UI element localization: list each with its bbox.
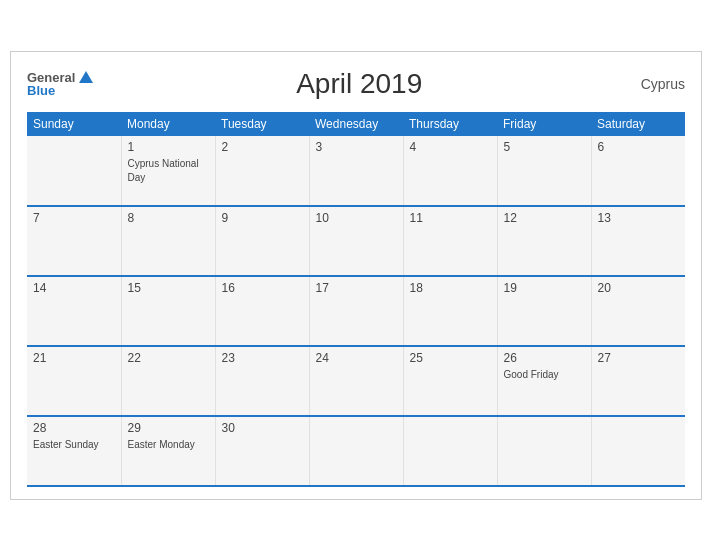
day-cell: 13 <box>591 206 685 276</box>
day-cell <box>403 416 497 486</box>
calendar-country: Cyprus <box>625 76 685 92</box>
day-number: 29 <box>128 421 209 435</box>
day-number: 24 <box>316 351 397 365</box>
day-number: 2 <box>222 140 303 154</box>
day-cell: 8 <box>121 206 215 276</box>
day-cell: 7 <box>27 206 121 276</box>
day-number: 14 <box>33 281 115 295</box>
day-event: Good Friday <box>504 369 559 380</box>
day-cell: 17 <box>309 276 403 346</box>
day-cell: 30 <box>215 416 309 486</box>
day-number: 8 <box>128 211 209 225</box>
logo-blue-text: Blue <box>27 84 93 97</box>
calendar-grid: SundayMondayTuesdayWednesdayThursdayFrid… <box>27 112 685 487</box>
day-cell: 16 <box>215 276 309 346</box>
day-number: 23 <box>222 351 303 365</box>
logo-general: General <box>27 71 93 84</box>
day-cell: 26Good Friday <box>497 346 591 416</box>
day-cell: 22 <box>121 346 215 416</box>
day-number: 17 <box>316 281 397 295</box>
day-number: 26 <box>504 351 585 365</box>
week-row-0: 1Cyprus National Day23456 <box>27 136 685 206</box>
col-header-thursday: Thursday <box>403 112 497 136</box>
day-number: 30 <box>222 421 303 435</box>
day-number: 25 <box>410 351 491 365</box>
logo-triangle-icon <box>79 71 93 83</box>
calendar-header: General Blue April 2019 Cyprus <box>27 68 685 100</box>
calendar-header-row: SundayMondayTuesdayWednesdayThursdayFrid… <box>27 112 685 136</box>
col-header-monday: Monday <box>121 112 215 136</box>
day-cell: 15 <box>121 276 215 346</box>
day-number: 16 <box>222 281 303 295</box>
day-cell: 21 <box>27 346 121 416</box>
day-number: 1 <box>128 140 209 154</box>
day-number: 7 <box>33 211 115 225</box>
day-cell: 2 <box>215 136 309 206</box>
day-cell: 29Easter Monday <box>121 416 215 486</box>
day-cell: 11 <box>403 206 497 276</box>
day-event: Easter Sunday <box>33 439 99 450</box>
day-cell: 23 <box>215 346 309 416</box>
day-number: 9 <box>222 211 303 225</box>
week-row-2: 14151617181920 <box>27 276 685 346</box>
col-header-sunday: Sunday <box>27 112 121 136</box>
logo: General Blue <box>27 71 93 97</box>
day-cell <box>27 136 121 206</box>
day-cell: 24 <box>309 346 403 416</box>
day-event: Easter Monday <box>128 439 195 450</box>
day-number: 18 <box>410 281 491 295</box>
day-cell <box>591 416 685 486</box>
day-cell: 5 <box>497 136 591 206</box>
day-cell: 20 <box>591 276 685 346</box>
day-number: 11 <box>410 211 491 225</box>
day-number: 3 <box>316 140 397 154</box>
col-header-friday: Friday <box>497 112 591 136</box>
day-number: 21 <box>33 351 115 365</box>
day-number: 15 <box>128 281 209 295</box>
calendar-container: General Blue April 2019 Cyprus SundayMon… <box>10 51 702 500</box>
day-number: 27 <box>598 351 680 365</box>
day-number: 5 <box>504 140 585 154</box>
week-row-4: 28Easter Sunday29Easter Monday30 <box>27 416 685 486</box>
col-header-wednesday: Wednesday <box>309 112 403 136</box>
day-cell: 27 <box>591 346 685 416</box>
day-number: 10 <box>316 211 397 225</box>
day-cell: 28Easter Sunday <box>27 416 121 486</box>
col-header-tuesday: Tuesday <box>215 112 309 136</box>
col-header-saturday: Saturday <box>591 112 685 136</box>
day-number: 13 <box>598 211 680 225</box>
day-number: 4 <box>410 140 491 154</box>
day-cell <box>309 416 403 486</box>
day-cell <box>497 416 591 486</box>
day-number: 20 <box>598 281 680 295</box>
day-cell: 3 <box>309 136 403 206</box>
day-cell: 10 <box>309 206 403 276</box>
day-cell: 25 <box>403 346 497 416</box>
day-event: Cyprus National Day <box>128 158 199 183</box>
calendar-title: April 2019 <box>93 68 625 100</box>
day-number: 12 <box>504 211 585 225</box>
day-number: 19 <box>504 281 585 295</box>
day-cell: 19 <box>497 276 591 346</box>
day-cell: 1Cyprus National Day <box>121 136 215 206</box>
day-number: 6 <box>598 140 680 154</box>
week-row-3: 212223242526Good Friday27 <box>27 346 685 416</box>
logo-general-text: General <box>27 71 75 84</box>
day-cell: 18 <box>403 276 497 346</box>
day-cell: 12 <box>497 206 591 276</box>
day-cell: 14 <box>27 276 121 346</box>
week-row-1: 78910111213 <box>27 206 685 276</box>
day-cell: 9 <box>215 206 309 276</box>
day-cell: 6 <box>591 136 685 206</box>
day-number: 22 <box>128 351 209 365</box>
day-number: 28 <box>33 421 115 435</box>
day-cell: 4 <box>403 136 497 206</box>
